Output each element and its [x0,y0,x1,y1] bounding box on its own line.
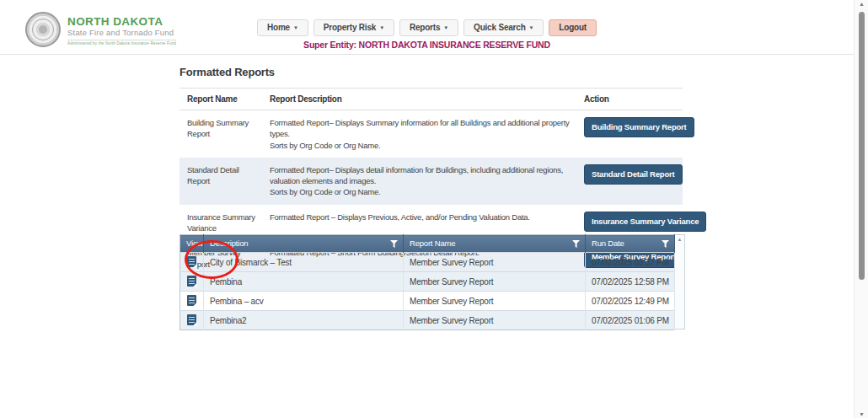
nav-quick-search-button[interactable]: Quick Search▼ [463,19,544,36]
view-cell [180,292,204,311]
grid-row: City of Bismarck – TestMember Survey Rep… [180,253,675,272]
report-name: Standard Detail Report [179,158,270,205]
insurance-summary-variance-button[interactable]: Insurance Summary Variance [584,212,706,232]
view-cell [180,311,204,330]
super-entity-value: NORTH DAKOTA INSURANCE RESERVE FUND [359,40,550,50]
report-description: Formatted Report– Displays Summary infor… [270,110,584,158]
grid-row: PembinaMember Survey Report07/02/2025 12… [180,272,675,292]
page-scrollbar[interactable]: ▲ ▼ [854,0,868,418]
standard-detail-report-button[interactable]: Standard Detail Report [584,164,683,185]
grid-description: City of Bismarck – Test [204,253,404,272]
report-name: Building Summary Report [179,110,270,158]
grid-row: Pembina – acvMember Survey Report07/02/2… [180,292,675,311]
grid-report-name: Member Survey Report [404,311,586,330]
chevron-down-icon: ▼ [443,25,448,30]
view-cell [180,272,204,292]
grid-scrollbar[interactable]: ▲ [675,234,685,330]
view-cell [180,253,204,272]
report-row: Building Summary ReportFormatted Report–… [179,110,683,158]
chevron-down-icon: ▼ [529,25,534,30]
page-title: Formatted Reports [179,66,684,78]
scroll-up-icon[interactable]: ▲ [855,1,868,7]
col-header-description: Description [204,235,404,253]
view-report-icon[interactable] [187,276,196,287]
report-action-cell: Standard Detail Report [584,158,683,205]
building-summary-report-button[interactable]: Building Summary Report [584,117,694,137]
reports-header-row: Report Name Report Description Action [179,88,683,110]
grid-description: Pembina – acv [204,292,404,311]
grid-header-row: View Description Report Name Run Date [180,235,675,253]
grid-run-date: 07/02/2025 01:06 PM [586,311,675,330]
results-grid: View Description Report Name Run Date [179,234,675,330]
filter-icon[interactable] [662,240,669,248]
grid-run-date: 07/02/2025 12:49 PM [586,292,675,311]
scrollbar-thumb[interactable] [859,12,865,280]
view-report-icon[interactable] [187,314,196,325]
chevron-down-icon: ▼ [379,25,384,30]
col-header-report-description: Report Description [270,88,584,110]
filter-icon[interactable] [390,240,398,248]
grid-report-name: Member Survey Report [404,292,586,311]
filter-icon[interactable] [572,240,580,248]
results-grid-wrap: View Description Report Name Run Date [179,234,685,330]
super-entity-label: Super Entity: [303,40,356,50]
grid-row: Pembina2Member Survey Report07/02/2025 0… [180,311,675,330]
page: Hello, kori.bowen@ndirf.com | Support | … [0,0,868,418]
grid-description: Pembina2 [204,311,404,330]
nav-reports-button[interactable]: Reports▼ [399,19,458,36]
nav-home-button[interactable]: Home▼ [257,19,308,36]
grid-report-name: Member Survey Report [404,272,586,292]
grid-description: Pembina [204,272,404,292]
grid-scroll-up-icon[interactable]: ▲ [675,235,684,244]
grid-report-name: Member Survey Report [404,253,586,272]
grid-run-date: 07/02/2025 12:58 PM [586,272,675,292]
view-report-icon[interactable] [187,295,196,306]
report-action-cell: Building Summary Report [584,110,683,158]
col-header-report-name: Report Name [179,88,270,110]
grid-run-date: 07/02/2025 03:37 PM [586,253,675,272]
super-entity: Super Entity: NORTH DAKOTA INSURANCE RES… [0,40,854,50]
nav-property-risk-button[interactable]: Property Risk▼ [313,19,394,36]
col-header-view: View [180,235,204,253]
logout-button[interactable]: Logout [549,19,597,36]
col-header-report-name: Report Name [404,235,586,253]
report-row: Standard Detail ReportFormatted Report– … [179,158,683,205]
app-header: NORTH DAKOTA State Fire and Tornado Fund… [0,0,854,55]
col-header-run-date: Run Date [586,235,675,253]
report-description: Formatted Report– Displays detail inform… [270,158,584,205]
scroll-down-icon[interactable]: ▼ [855,411,868,417]
main-nav: Home▼Property Risk▼Reports▼Quick Search▼… [0,19,854,36]
chevron-down-icon: ▼ [293,25,298,30]
col-header-action: Action [584,88,683,110]
view-report-icon[interactable] [187,256,196,267]
